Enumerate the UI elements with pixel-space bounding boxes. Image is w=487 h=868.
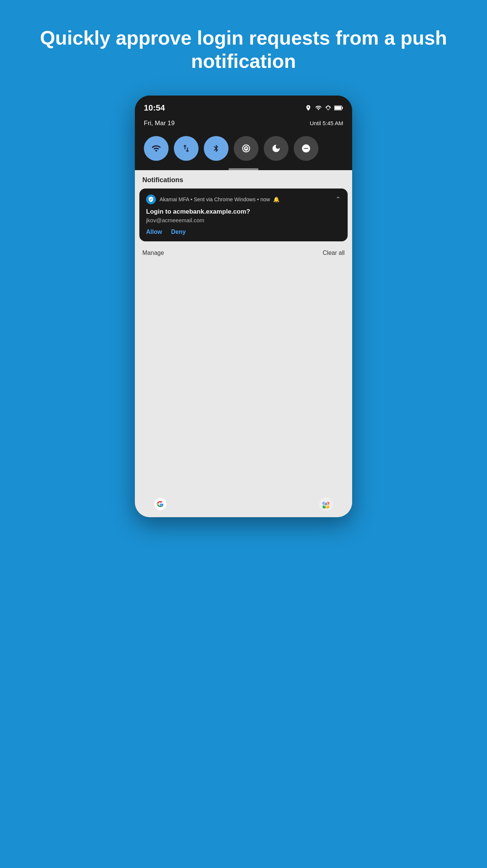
bell-icon: 🔔: [273, 196, 279, 202]
bluetooth-toggle-icon: [212, 143, 220, 154]
notifications-header: Notifications: [135, 170, 352, 189]
moon-icon: [271, 144, 281, 153]
date-text: Fri, Mar 19: [144, 120, 175, 127]
deny-button[interactable]: Deny: [171, 229, 186, 235]
wifi-status-icon: [315, 105, 322, 111]
notification-subtitle: jkov@acmeeemail.com: [146, 217, 341, 223]
google-g-logo[interactable]: G: [154, 497, 167, 511]
wifi-toggle[interactable]: [144, 136, 169, 161]
svg-point-11: [324, 503, 327, 505]
data-toggle[interactable]: [174, 136, 199, 161]
bottom-bar: G: [135, 491, 352, 517]
quick-settings-panel: 10:54: [135, 96, 352, 170]
notification-actions: Allow Deny: [146, 229, 341, 235]
notification-app-row: Akamai MFA • Sent via Chrome Windows • n…: [146, 195, 341, 204]
bedtime-star-icon: [241, 143, 251, 154]
clear-all-button[interactable]: Clear all: [323, 250, 345, 256]
notifications-area: Notifications Akamai MFA • Sent via Chro…: [135, 170, 352, 262]
until-text: Until 5:45 AM: [310, 120, 343, 126]
notification-title: Login to acmebank.example.com?: [146, 208, 341, 216]
data-toggle-icon: [181, 143, 191, 154]
wifi-toggle-icon: [151, 144, 162, 153]
manage-button[interactable]: Manage: [142, 250, 164, 256]
moon-toggle[interactable]: [264, 136, 288, 161]
quick-toggles: [144, 132, 343, 168]
phone-mockup: 10:54: [135, 96, 352, 517]
google-assistant-icon[interactable]: [318, 497, 333, 512]
notification-collapse-chevron[interactable]: ⌃: [335, 195, 341, 204]
home-screen: G: [135, 262, 352, 517]
notification-card: Akamai MFA • Sent via Chrome Windows • n…: [139, 189, 348, 241]
status-bar: 10:54: [144, 103, 343, 113]
notification-footer: Manage Clear all: [135, 246, 352, 262]
bedtime-star-toggle[interactable]: [234, 136, 258, 161]
date-row: Fri, Mar 19 Until 5:45 AM: [144, 117, 343, 132]
svg-rect-2: [335, 106, 341, 109]
shield-check-icon: [148, 196, 154, 202]
allow-button[interactable]: Allow: [146, 229, 162, 235]
status-time: 10:54: [144, 103, 165, 113]
akamai-mfa-icon: [146, 195, 156, 204]
signal-icon: [325, 105, 331, 111]
notification-app-left: Akamai MFA • Sent via Chrome Windows • n…: [146, 195, 279, 204]
dnd-toggle[interactable]: [294, 136, 318, 161]
status-icons: [305, 105, 343, 111]
svg-rect-1: [342, 107, 343, 109]
notification-app-name: Akamai MFA • Sent via Chrome Windows • n…: [160, 196, 279, 202]
dnd-icon: [301, 144, 311, 153]
hero-title: Quickly approve login requests from a pu…: [0, 26, 487, 73]
battery-icon: [334, 105, 343, 111]
location-icon: [305, 105, 312, 111]
bluetooth-toggle[interactable]: [204, 136, 229, 161]
